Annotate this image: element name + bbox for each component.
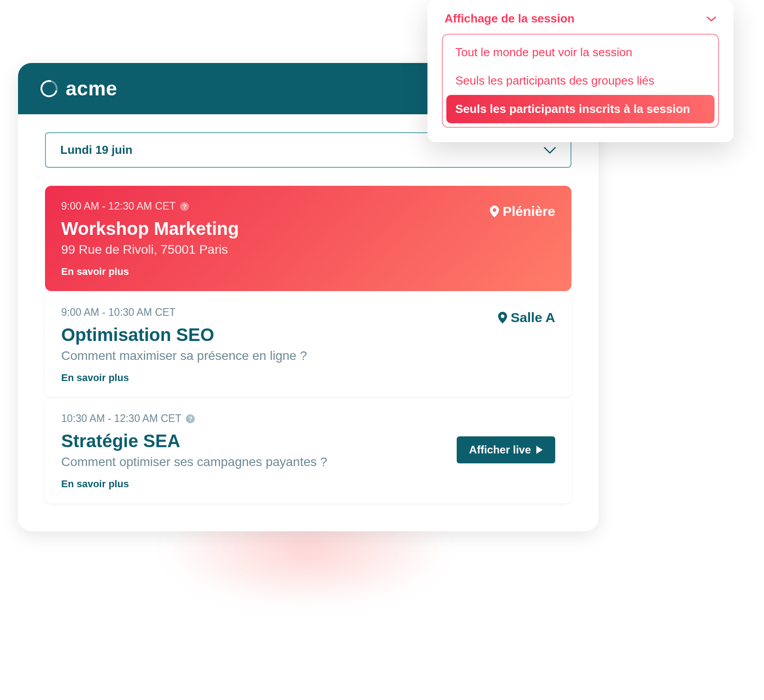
session-subtitle: 99 Rue de Rivoli, 75001 Paris	[61, 242, 555, 257]
session-time: 9:00 AM - 12:30 AM CET ?	[61, 200, 555, 212]
content-area: Lundi 19 juin 9:00 AM - 12:30 AM CET ? P…	[18, 114, 598, 531]
session-title: Workshop Marketing	[61, 219, 555, 239]
dropdown-header[interactable]: Affichage de la session	[442, 12, 719, 26]
session-time-text: 9:00 AM - 12:30 AM CET	[61, 200, 175, 212]
logo-icon	[37, 77, 61, 100]
session-card[interactable]: 10:30 AM - 12:30 AM CET ? Afficher live …	[45, 398, 571, 503]
dropdown-options-list: Tout le monde peut voir la session Seuls…	[442, 34, 719, 128]
session-card-featured[interactable]: 9:00 AM - 12:30 AM CET ? Plénière Worksh…	[45, 186, 571, 291]
location-badge: Plénière	[490, 204, 555, 219]
session-time-text: 9:00 AM - 10:30 AM CET	[61, 306, 175, 319]
selected-date: Lundi 19 juin	[60, 143, 132, 157]
session-more-link[interactable]: En savoir plus	[61, 372, 555, 384]
session-time-text: 10:30 AM - 12:30 AM CET	[61, 413, 181, 425]
chevron-down-icon	[706, 16, 716, 22]
session-card[interactable]: 9:00 AM - 10:30 AM CET Salle A Optimisat…	[45, 292, 571, 397]
show-live-button[interactable]: Afficher live	[457, 436, 555, 463]
pin-icon	[490, 206, 499, 217]
help-icon[interactable]: ?	[180, 202, 189, 211]
session-more-link[interactable]: En savoir plus	[61, 478, 555, 490]
play-icon	[536, 446, 543, 454]
chevron-down-icon	[544, 147, 556, 154]
session-more-link[interactable]: En savoir plus	[61, 266, 555, 278]
session-subtitle: Comment maximiser sa présence en ligne ?	[61, 349, 555, 363]
dropdown-option[interactable]: Seuls les participants des groupes liés	[446, 67, 715, 95]
session-time: 10:30 AM - 12:30 AM CET ?	[61, 413, 555, 425]
dropdown-option[interactable]: Tout le monde peut voir la session	[446, 38, 715, 67]
dropdown-title: Affichage de la session	[445, 12, 575, 26]
session-visibility-dropdown: Affichage de la session Tout le monde pe…	[427, 0, 733, 142]
location-text: Plénière	[503, 204, 555, 219]
dropdown-option-selected[interactable]: Seuls les participants inscrits à la ses…	[446, 95, 715, 123]
brand-name: acme	[66, 77, 117, 100]
help-icon[interactable]: ?	[186, 414, 195, 423]
live-button-label: Afficher live	[469, 444, 531, 456]
pin-icon	[498, 312, 507, 323]
location-badge: Salle A	[498, 310, 555, 325]
session-time: 9:00 AM - 10:30 AM CET	[61, 306, 555, 319]
session-title: Optimisation SEO	[61, 325, 555, 345]
location-text: Salle A	[511, 310, 555, 325]
